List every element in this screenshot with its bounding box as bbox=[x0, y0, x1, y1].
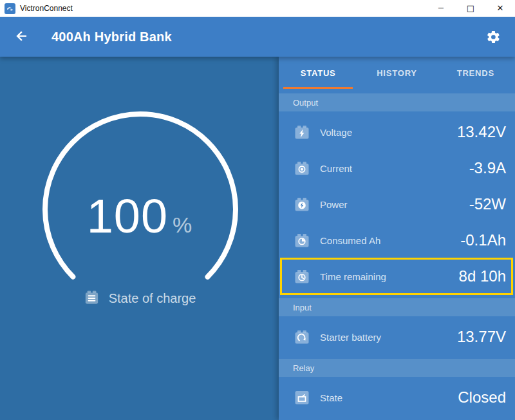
row-value: 8d 10h bbox=[459, 267, 506, 285]
status-panel: STATUS HISTORY TRENDS Output bbox=[279, 57, 515, 420]
section-header-output: Output bbox=[279, 93, 515, 111]
window-titlebar: VictronConnect ─ □ ✕ bbox=[0, 0, 515, 17]
page-title: 400Ah Hybrid Bank bbox=[52, 30, 172, 44]
back-button[interactable] bbox=[9, 24, 35, 50]
status-row-relay-state: State Closed bbox=[279, 379, 515, 415]
row-label: Time remaining bbox=[320, 271, 386, 282]
tab-trends[interactable]: TRENDS bbox=[436, 57, 515, 89]
relay-rows: State Closed bbox=[279, 377, 515, 415]
consumed-ah-icon bbox=[293, 231, 311, 249]
row-label: Consumed Ah bbox=[320, 235, 380, 246]
status-row-power: Power -52W bbox=[279, 186, 515, 222]
starter-battery-icon bbox=[293, 328, 311, 346]
app-header: 400Ah Hybrid Bank bbox=[0, 17, 515, 57]
current-icon bbox=[293, 159, 311, 177]
section-header-relay: Relay bbox=[279, 359, 515, 377]
status-row-current: Current -3.9A bbox=[279, 150, 515, 186]
output-rows: Voltage 13.42V Current -3.9A bbox=[279, 111, 515, 294]
row-value: Closed bbox=[458, 388, 506, 406]
close-button[interactable]: ✕ bbox=[485, 0, 515, 17]
row-value: -3.9A bbox=[469, 159, 506, 177]
row-value: -0.1Ah bbox=[460, 231, 506, 249]
input-rows: Starter battery 13.77V bbox=[279, 316, 515, 355]
soc-caption: State of charge bbox=[0, 289, 279, 309]
soc-unit: % bbox=[173, 213, 192, 238]
gear-icon bbox=[486, 30, 501, 46]
active-tab-underline bbox=[283, 87, 353, 89]
maximize-button[interactable]: □ bbox=[456, 0, 485, 17]
row-label: State bbox=[320, 392, 342, 403]
tab-label: HISTORY bbox=[377, 68, 417, 78]
minimize-button[interactable]: ─ bbox=[426, 0, 456, 17]
row-label: Power bbox=[320, 199, 348, 210]
status-row-time-remaining: Time remaining 8d 10h bbox=[279, 258, 515, 294]
window-controls: ─ □ ✕ bbox=[426, 0, 515, 17]
window-title: VictronConnect bbox=[20, 4, 73, 13]
time-remaining-icon bbox=[293, 267, 311, 285]
status-row-voltage: Voltage 13.42V bbox=[279, 114, 515, 150]
soc-value: 100 bbox=[87, 189, 168, 243]
row-value: 13.42V bbox=[457, 123, 506, 141]
tab-status[interactable]: STATUS bbox=[279, 57, 357, 89]
row-value: -52W bbox=[469, 195, 506, 213]
soc-gauge-panel: 100 % State of charge bbox=[0, 57, 279, 420]
row-label: Current bbox=[320, 163, 352, 174]
status-row-consumed-ah: Consumed Ah -0.1Ah bbox=[279, 222, 515, 258]
tab-history[interactable]: HISTORY bbox=[357, 57, 436, 89]
section-header-input: Input bbox=[279, 298, 515, 316]
power-icon bbox=[293, 195, 311, 213]
victron-logo-icon bbox=[5, 3, 15, 14]
back-arrow-icon bbox=[14, 28, 30, 46]
soc-label: State of charge bbox=[109, 291, 196, 306]
row-label: Starter battery bbox=[320, 332, 381, 343]
tab-label: STATUS bbox=[301, 68, 336, 78]
settings-button[interactable] bbox=[482, 26, 505, 50]
voltage-icon bbox=[293, 123, 311, 141]
soc-value-group: 100 % bbox=[0, 189, 279, 243]
row-value: 13.77V bbox=[457, 328, 506, 346]
relay-icon bbox=[293, 388, 311, 406]
tab-bar: STATUS HISTORY TRENDS bbox=[279, 57, 515, 89]
battery-icon bbox=[83, 289, 100, 309]
status-row-starter-battery: Starter battery 13.77V bbox=[279, 319, 515, 355]
row-label: Voltage bbox=[320, 127, 352, 138]
tab-label: TRENDS bbox=[457, 68, 494, 78]
main-content: 100 % State of charge STATUS bbox=[0, 57, 515, 420]
